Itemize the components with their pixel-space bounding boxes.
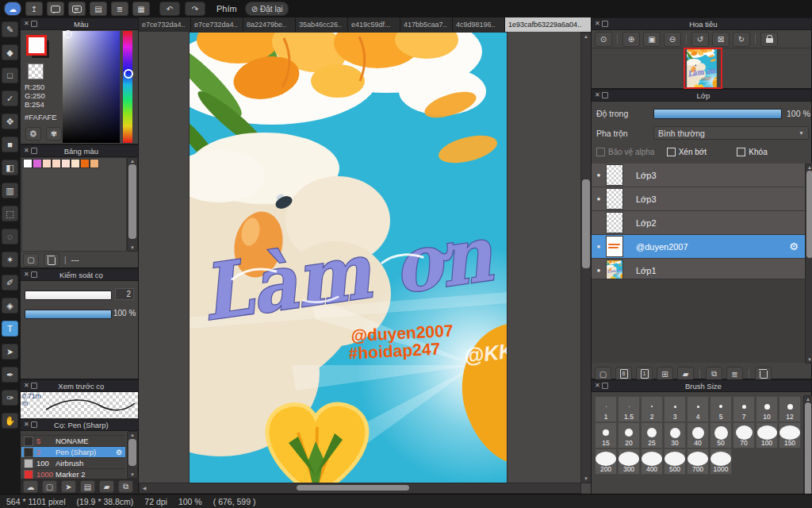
brush-size-value[interactable]: 2	[115, 288, 134, 300]
palette-swatch[interactable]	[42, 159, 52, 168]
brush-settings-gear-icon[interactable]: ⚙	[116, 448, 122, 456]
close-panel-icon[interactable]: ✕	[595, 90, 600, 101]
brush-size-cell[interactable]: 1.5	[618, 396, 640, 422]
scrollbar-thumb[interactable]	[582, 179, 590, 268]
bucket-tool[interactable]: ◧	[2, 160, 18, 175]
brush-size-cell[interactable]: 7	[733, 396, 755, 422]
brush-size-cell[interactable]: 50	[710, 422, 732, 448]
document-button[interactable]: ▤	[90, 2, 107, 16]
zoom-in-button[interactable]: ⊕	[622, 32, 640, 47]
canvas-hscrollbar[interactable]: ◀	[139, 483, 581, 494]
layer-visibility-icon[interactable]: ●	[592, 195, 606, 202]
transparent-color-swatch[interactable]	[28, 64, 44, 79]
layer-row[interactable]: ●@duyen2007⚙	[592, 235, 805, 259]
scroll-down-icon[interactable]: ▼	[581, 475, 591, 482]
redo-button[interactable]: ↷	[185, 2, 205, 16]
polyline-tool[interactable]: ✓	[2, 90, 18, 106]
scroll-up-icon[interactable]: ▲	[128, 432, 137, 438]
add-swatch-button[interactable]: ▢	[23, 253, 39, 267]
fit-screen-button[interactable]: ▣	[643, 32, 661, 47]
scroll-left-icon[interactable]: ◀	[141, 485, 147, 491]
text-tool[interactable]: T	[2, 321, 18, 337]
close-panel-icon[interactable]: ✕	[24, 419, 29, 430]
brush-opacity-slider[interactable]	[25, 310, 112, 319]
blend-mode-select[interactable]: Bình thường ▼	[653, 126, 809, 140]
hue-bar[interactable]	[123, 31, 132, 143]
lasso-tool[interactable]: ◌	[2, 229, 18, 244]
brush-size-slider[interactable]	[25, 291, 112, 300]
brush-size-cell[interactable]: 30	[664, 422, 686, 448]
canvas-workspace[interactable]: Làm ơn @duyen2007 #hoidap247 @KK ◀ ▲	[139, 32, 591, 494]
brush-size-cell[interactable]: 10	[756, 396, 778, 422]
brush-row[interactable]: 100Airbrush	[21, 458, 125, 469]
scroll-up-icon[interactable]: ▲	[128, 158, 137, 164]
close-panel-icon[interactable]: ✕	[24, 145, 29, 156]
scrollbar-thumb[interactable]	[806, 171, 812, 258]
layer-row[interactable]: ●Lớp3	[592, 187, 805, 211]
popout-panel-icon[interactable]	[31, 271, 37, 278]
brush-size-cell[interactable]: 150	[779, 422, 801, 448]
select-eraser-tool[interactable]: ◈	[2, 298, 18, 314]
palette-scrollbar[interactable]: ▲ ▼	[127, 157, 138, 252]
scroll-down-icon[interactable]: ▼	[128, 471, 137, 478]
brush-size-cell[interactable]: 40	[687, 422, 709, 448]
layer-visibility-icon[interactable]: ●	[592, 267, 606, 274]
brush-size-cell[interactable]: 2	[641, 396, 663, 422]
layer-visibility-icon[interactable]: ●	[592, 243, 606, 250]
navigator-view-rect[interactable]	[684, 48, 722, 89]
checkbox-icon[interactable]	[667, 148, 676, 156]
brush-row[interactable]: 2Pen (Sharp)⚙	[21, 447, 125, 458]
scroll-down-icon[interactable]: ▼	[806, 356, 812, 363]
grid-settings-button[interactable]: ▦	[132, 2, 150, 16]
scroll-up-icon[interactable]: ▲	[806, 164, 812, 171]
brush-size-cell[interactable]: 500	[664, 448, 686, 475]
duplicate-brush-button[interactable]: ⧉	[118, 480, 133, 493]
brush-size-cell[interactable]: 3	[664, 396, 686, 422]
brush-size-cell[interactable]: 4	[687, 396, 709, 422]
popout-panel-icon[interactable]	[602, 92, 608, 98]
close-panel-icon[interactable]: ✕	[595, 18, 600, 29]
popout-panel-icon[interactable]	[602, 21, 608, 27]
palette-swatch[interactable]	[71, 159, 80, 168]
document-tab[interactable]: 4c9d98196..	[453, 17, 505, 32]
layer-checkbox-alpha[interactable]: Bảo vệ alpha	[596, 148, 667, 156]
brush-size-scrollbar[interactable]: ▲ ▼	[803, 395, 812, 508]
comment-bubble-button[interactable]	[68, 2, 86, 16]
scrollbar-thumb[interactable]	[297, 485, 409, 491]
shape-brush-tool[interactable]: □	[2, 67, 18, 83]
zoom-out-button[interactable]: ⊖	[664, 32, 681, 47]
layer-visibility-icon[interactable]: ●	[592, 171, 606, 179]
undo-button[interactable]: ↶	[159, 2, 180, 16]
magic-wand-tool[interactable]: ✶	[2, 252, 18, 267]
fill-rect-tool[interactable]: ■	[2, 137, 18, 152]
brush-list-scrollbar[interactable]: ▲ ▼	[127, 431, 138, 479]
popout-panel-icon[interactable]	[31, 383, 37, 389]
brush-size-cell[interactable]: 1	[595, 396, 617, 422]
reset-button[interactable]: ⊘ Đặt lại	[245, 2, 289, 16]
checkbox-icon[interactable]	[737, 148, 745, 156]
eraser-tool[interactable]: ◆	[2, 44, 18, 60]
layer-checkbox-lock[interactable]: Khóa	[737, 148, 807, 156]
document-tab[interactable]: 417bb5caa7..	[400, 17, 453, 32]
foreground-color-swatch[interactable]	[26, 35, 47, 56]
operation-tool[interactable]: ➤	[2, 344, 18, 360]
palette-swatch[interactable]	[52, 159, 61, 168]
brush-row[interactable]: 5NONAME	[21, 436, 125, 447]
zoom-actual-button[interactable]: ⊙	[595, 32, 612, 47]
palette-swatch[interactable]	[90, 159, 99, 168]
scroll-up-icon[interactable]: ▲	[804, 396, 812, 402]
select-pen-tool[interactable]: ✐	[2, 275, 18, 291]
brush-size-cell[interactable]: 20	[618, 422, 640, 448]
layer-scrollbar[interactable]: ▲ ▼	[805, 164, 812, 364]
brush-tool[interactable]: ✎	[2, 21, 18, 37]
brush-size-cell[interactable]: 70	[733, 422, 755, 448]
brush-size-cell[interactable]: 12	[779, 396, 801, 422]
layer-opacity-slider[interactable]	[653, 109, 782, 119]
brush-size-cell[interactable]: 200	[595, 448, 617, 475]
cloud-service-button[interactable]: ☁	[4, 2, 21, 16]
brush-size-cell[interactable]: 15	[595, 422, 617, 448]
brush-row[interactable]: 1000Marker 2	[21, 469, 125, 479]
palette-swatch[interactable]	[33, 159, 42, 168]
hue-marker[interactable]	[124, 69, 133, 79]
document-tab[interactable]: e419c59df...	[348, 17, 400, 32]
